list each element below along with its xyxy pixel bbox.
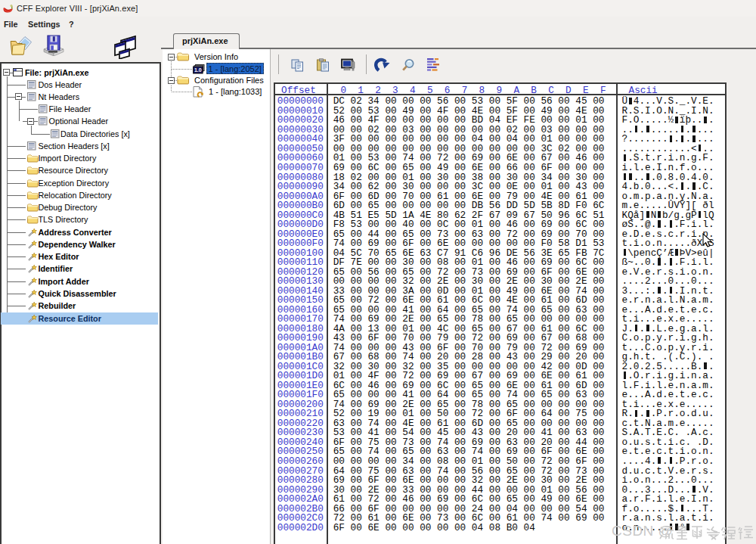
svg-text:1.0: 1.0 — [194, 67, 202, 73]
